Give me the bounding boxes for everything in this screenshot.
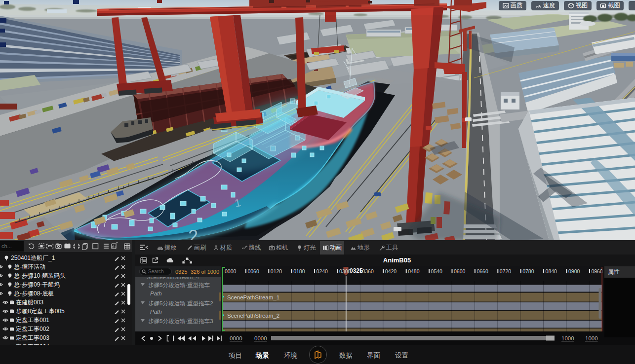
- svg-text:0600: 0600: [454, 268, 466, 274]
- svg-text:0900: 0900: [568, 268, 580, 274]
- svg-text:0420: 0420: [385, 268, 397, 274]
- svg-text:0960: 0960: [591, 268, 602, 274]
- svg-text:1000: 1000: [561, 335, 574, 341]
- svg-text:0240: 0240: [317, 268, 328, 274]
- svg-text:0000: 0000: [230, 335, 242, 341]
- svg-text:0180: 0180: [293, 268, 305, 274]
- svg-text:0840: 0840: [546, 268, 557, 274]
- svg-text:0120: 0120: [271, 268, 282, 274]
- svg-text:0325: 0325: [350, 267, 363, 274]
- svg-text:1000: 1000: [585, 335, 598, 341]
- svg-text:0000: 0000: [225, 268, 237, 274]
- svg-text:0000: 0000: [254, 335, 267, 341]
- svg-text:ScenePathStream_2: ScenePathStream_2: [227, 313, 279, 319]
- svg-text:0780: 0780: [522, 268, 534, 274]
- svg-text:0480: 0480: [408, 268, 420, 274]
- svg-text:0060: 0060: [247, 268, 259, 274]
- svg-text:0720: 0720: [500, 268, 512, 274]
- svg-text:0360: 0360: [362, 268, 374, 274]
- svg-text:0300: 0300: [339, 268, 351, 274]
- svg-text:ScenePathStream_1: ScenePathStream_1: [227, 294, 279, 300]
- svg-text:0660: 0660: [476, 268, 488, 274]
- svg-text:0540: 0540: [431, 268, 443, 274]
